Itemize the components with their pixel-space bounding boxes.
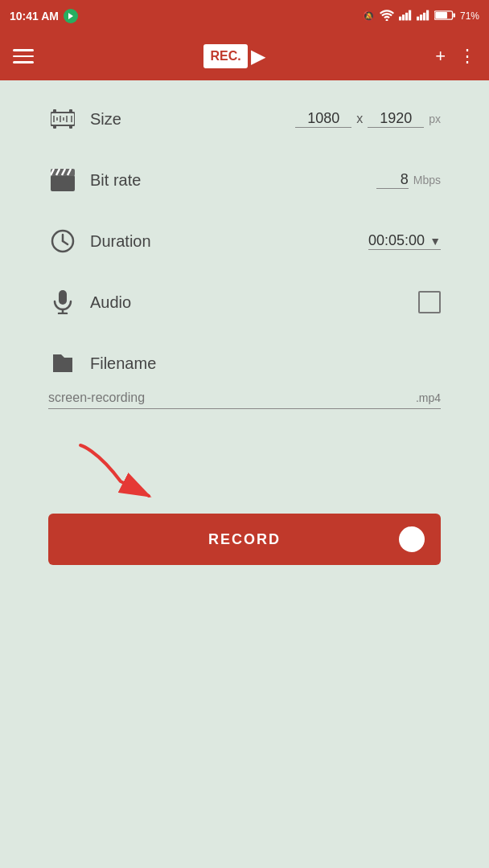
status-time: 10:41 AM [10,10,59,23]
wifi-icon [380,10,394,23]
size-icon [48,104,77,133]
filename-extension: .mp4 [416,391,441,404]
status-bar: 10:41 AM 🔕 [0,0,489,32]
notification-icon: 🔕 [363,10,375,22]
record-button[interactable]: RECORD [48,514,441,565]
menu-button[interactable] [13,49,34,63]
duration-select[interactable]: 00:05:00 ▼ [368,232,441,250]
camera-icon: ▶ [251,45,265,68]
filename-icon [48,349,77,378]
filename-input[interactable] [48,391,413,405]
duration-label: Duration [90,232,368,251]
svg-rect-6 [423,12,425,20]
arrow-icon [72,441,201,506]
bitrate-value: Mbps [376,171,441,189]
svg-rect-2 [405,12,408,20]
duration-value: 00:05:00 [368,232,429,249]
audio-icon [48,288,77,317]
size-setting: Size x px [48,104,441,133]
arrow-annotation [48,441,441,506]
main-content: Size x px Bit rate Mbps [0,80,489,589]
svg-rect-15 [69,125,72,129]
filename-section: Filename .mp4 [48,349,441,409]
bitrate-label: Bit rate [90,171,376,190]
size-value: x px [295,110,441,128]
play-indicator-icon [64,9,78,23]
duration-icon [48,227,77,256]
svg-rect-3 [409,10,411,20]
signal2-icon [417,10,429,23]
duration-dropdown-icon[interactable]: ▼ [429,235,441,248]
status-left: 10:41 AM [10,9,78,23]
duration-setting: Duration 00:05:00 ▼ [48,227,441,256]
size-separator: x [356,112,363,126]
svg-rect-10 [435,12,447,18]
status-right: 🔕 [363,10,479,23]
audio-checkbox[interactable] [418,291,441,313]
audio-label: Audio [90,293,418,312]
svg-rect-0 [399,16,401,20]
app-bar: REC. ▶ + ⋮ [0,32,489,80]
size-label: Size [90,110,295,129]
bitrate-setting: Bit rate Mbps [48,166,441,194]
audio-setting: Audio [48,288,441,317]
filename-row: .mp4 [48,391,441,409]
svg-rect-1 [402,14,405,20]
app-logo: REC. ▶ [203,44,265,68]
signal-icon [399,10,412,23]
record-toggle-icon [399,526,425,552]
svg-rect-12 [53,109,56,113]
filename-label: Filename [90,354,441,373]
record-label: RECORD [208,531,281,548]
svg-line-30 [63,241,68,244]
bitrate-icon [48,166,77,194]
svg-rect-13 [69,109,72,113]
svg-rect-14 [53,125,56,129]
battery-percent: 71% [460,10,479,22]
size-unit: px [429,113,441,125]
bitrate-input[interactable] [376,171,409,189]
size-height-input[interactable] [368,110,424,128]
svg-rect-5 [420,14,422,20]
add-button[interactable]: + [435,46,446,67]
app-bar-actions: + ⋮ [435,46,476,67]
logo-text: REC. [203,44,247,68]
svg-rect-4 [417,16,419,20]
battery-icon [434,10,455,23]
size-width-input[interactable] [295,110,351,128]
bitrate-unit: Mbps [413,174,441,186]
svg-rect-9 [453,13,455,17]
svg-rect-31 [59,290,67,305]
filename-header: Filename [48,349,441,378]
svg-rect-7 [426,10,429,20]
more-options-button[interactable]: ⋮ [458,46,476,67]
svg-rect-22 [51,175,75,191]
